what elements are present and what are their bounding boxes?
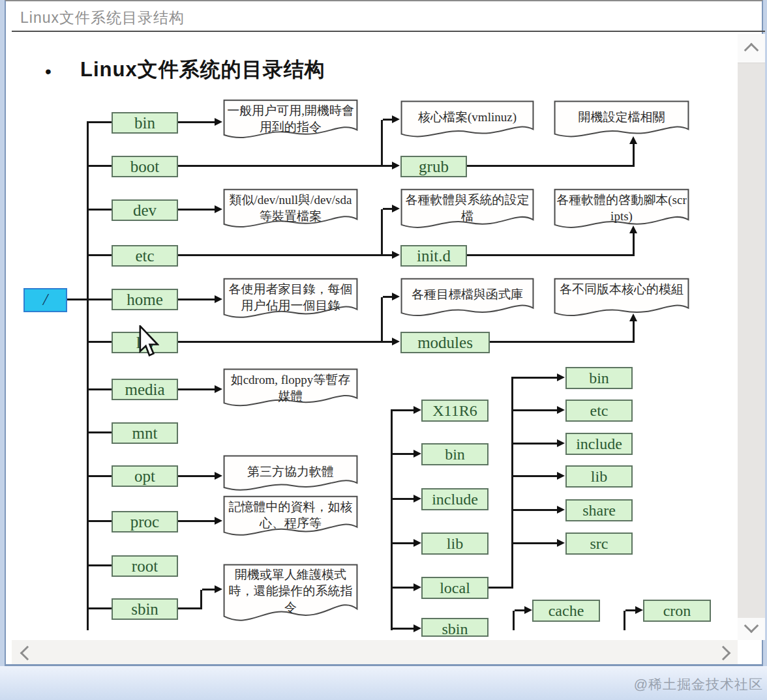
connector (625, 609, 635, 611)
connector (513, 377, 558, 379)
dir-node-var-cron: cron (643, 600, 711, 622)
connector (200, 590, 202, 609)
connector (89, 341, 112, 343)
connector (178, 209, 215, 211)
arrowhead (215, 385, 222, 393)
arrowhead (557, 539, 565, 547)
connector (89, 209, 112, 211)
connector (89, 254, 112, 256)
page-footer: @稀土掘金技术社区 (0, 666, 767, 700)
horizontal-scrollbar[interactable] (12, 640, 738, 664)
desc-doc-media: 如cdrom, floppy等暫存媒體 (223, 368, 358, 410)
connector (467, 165, 635, 167)
connector (67, 299, 112, 300)
connector (89, 564, 112, 566)
bullet-marker: • (45, 61, 52, 82)
dir-node-local-bin: bin (565, 367, 633, 389)
connector (381, 209, 383, 255)
desc-doc-home: 各使用者家目錄，每個用户佔用一個目錄 (223, 278, 358, 322)
dir-node-mnt: mnt (112, 422, 178, 444)
connector (178, 520, 215, 522)
connector (633, 144, 635, 167)
dir-node-sbin: sbin (112, 598, 178, 620)
arrowhead (392, 115, 400, 123)
vertical-scrollbar[interactable] (738, 34, 765, 640)
chevron-left-icon (20, 646, 35, 661)
desc-doc-vmlinuz: 核心檔案(vmlinuz) (400, 100, 534, 141)
dir-node-usr-local: local (421, 577, 489, 599)
desc-doc-boot-config: 開機設定檔相關 (554, 100, 689, 141)
connector (383, 296, 392, 298)
connector (393, 453, 414, 455)
dir-node-initd: init.d (400, 245, 467, 267)
connector (633, 321, 635, 343)
connector (513, 542, 558, 544)
connector (381, 120, 383, 166)
dir-node-opt: opt (112, 465, 178, 487)
titlebar-separator (12, 31, 765, 32)
connector (381, 297, 383, 342)
connector (178, 475, 215, 477)
chevron-down-icon (744, 619, 759, 634)
arrowhead (392, 205, 400, 212)
connector (515, 609, 524, 611)
arrowhead (215, 517, 222, 525)
connector-trunk-root (87, 121, 89, 630)
connector (467, 254, 635, 256)
dir-node-usr-sbin: sbin (421, 618, 489, 637)
desc-doc-proc: 記憶體中的資料，如核心、程序等 (223, 495, 358, 540)
connector (513, 509, 558, 511)
chevron-up-icon (744, 43, 759, 58)
arrowhead (414, 495, 421, 503)
connector (489, 587, 513, 589)
connector (624, 611, 625, 630)
dir-node-etc: etc (112, 245, 178, 267)
dir-node-local-lib: lib (565, 465, 633, 488)
arrowhead (215, 295, 222, 303)
dir-node-local-etc: etc (565, 400, 633, 422)
connector-trunk-usr (391, 409, 393, 630)
connector (633, 233, 635, 256)
connector (89, 388, 112, 390)
arrowhead (557, 406, 565, 414)
dir-node-grub: grub (400, 156, 467, 177)
scroll-down-button[interactable] (738, 618, 765, 640)
arrowhead (524, 606, 532, 614)
connector (202, 589, 215, 591)
arrowhead (557, 472, 565, 480)
connector (89, 607, 112, 609)
connector (393, 409, 414, 411)
window-title: Linux文件系统目录结构 (20, 8, 185, 28)
dir-node-root-slash: / (23, 288, 67, 312)
dir-node-boot: boot (112, 156, 178, 177)
desc-doc-sbin: 開機或單人維護模式時，還能操作的系統指令 (223, 563, 358, 627)
slide-heading: Linux文件系统的目录结构 (80, 56, 325, 83)
scroll-left-button[interactable] (12, 640, 40, 664)
connector (178, 121, 215, 123)
dir-node-x11r6: X11R6 (421, 400, 489, 422)
connector (393, 542, 414, 544)
arrowhead (392, 293, 400, 300)
desc-doc-bin: 一般用户可用,開機時會用到的指令 (223, 99, 358, 142)
vertical-scrollbar-thumb[interactable] (738, 63, 765, 619)
arrowhead (557, 439, 565, 447)
connector (178, 341, 392, 343)
dir-node-home: home (112, 289, 178, 310)
connector (178, 607, 202, 609)
dir-node-local-share: share (565, 499, 633, 521)
dir-node-local-src: src (565, 532, 633, 555)
connector (393, 587, 414, 589)
connector (89, 475, 112, 477)
arrowhead (414, 450, 421, 458)
dir-node-dev: dev (112, 199, 178, 221)
scroll-up-button[interactable] (738, 34, 765, 63)
dir-node-bin: bin (112, 112, 178, 134)
arrowhead (635, 606, 643, 614)
scroll-right-button[interactable] (709, 640, 738, 664)
desc-doc-modules-desc: 各不同版本核心的模組 (554, 278, 689, 320)
watermark-text: @稀土掘金技术社区 (634, 675, 763, 693)
dir-node-root: root (112, 555, 178, 577)
connector-trunk-local (511, 377, 513, 589)
connector (383, 208, 392, 210)
arrowhead (215, 205, 222, 213)
